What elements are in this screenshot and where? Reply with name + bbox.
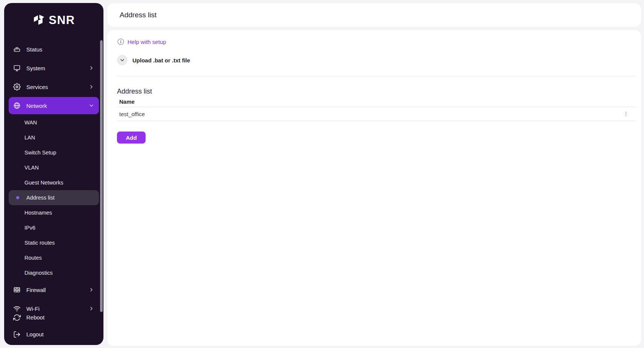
sidebar-item-label: Services (26, 84, 48, 90)
help-link-label: Help with setup (128, 39, 166, 45)
sidebar-item-status[interactable]: Status (9, 40, 99, 59)
sidebar-item-label: Routes (24, 255, 42, 261)
section-divider (117, 76, 636, 76)
gear-icon (13, 83, 21, 91)
brand-logo: SNR (4, 3, 103, 38)
logout-button[interactable]: Logout (9, 326, 99, 343)
sidebar-item-label: Diagnostics (24, 270, 53, 276)
column-header-name: Name (119, 98, 135, 105)
help-with-setup-link[interactable]: Help with setup (117, 38, 166, 46)
sidebar-item-label: WAN (24, 120, 37, 126)
sidebar-item-label: Switch Setup (24, 150, 56, 156)
sidebar-item-label: IPv6 (24, 225, 35, 231)
sidebar-item-label: Status (26, 46, 43, 53)
upload-expand-button[interactable] (117, 55, 128, 65)
globe-icon (13, 102, 21, 109)
sidebar-item-ipv6[interactable]: IPv6 (9, 220, 99, 235)
sidebar-item-guest-networks[interactable]: Guest Networks (9, 175, 99, 190)
sidebar-item-diagnostics[interactable]: Diagnostics (9, 265, 99, 280)
sidebar-item-label: VLAN (24, 165, 39, 171)
sidebar-item-label: Hostnames (24, 210, 52, 216)
logout-label: Logout (26, 331, 44, 337)
table-header-row: Name (117, 97, 636, 107)
content-card: Help with setup Upload .bat or .txt file… (107, 30, 641, 346)
sidebar-item-label: System (26, 65, 45, 71)
chevron-right-icon (88, 65, 94, 71)
reboot-icon (13, 314, 21, 321)
chevron-down-icon (88, 103, 94, 109)
sidebar-item-vlan[interactable]: VLAN (9, 160, 99, 175)
sidebar-item-routes[interactable]: Routes (9, 250, 99, 265)
sidebar-item-hostnames[interactable]: Hostnames (9, 205, 99, 220)
kebab-menu-icon (623, 111, 629, 117)
sidebar-item-label: Firewall (26, 287, 46, 293)
sidebar-item-lan[interactable]: LAN (9, 130, 99, 145)
router-icon (13, 45, 21, 53)
sidebar-nav: Status System (4, 40, 103, 312)
add-button[interactable]: Add (117, 132, 146, 144)
upload-section-label: Upload .bat or .txt file (132, 57, 190, 64)
table-row: test_office (117, 107, 636, 121)
sidebar-item-network[interactable]: Network (9, 97, 99, 114)
sidebar-item-label: Network (26, 103, 47, 109)
brand-name: SNR (49, 14, 75, 27)
sidebar-item-static-routes[interactable]: Static routes (9, 235, 99, 250)
sidebar-item-switch-setup[interactable]: Switch Setup (9, 145, 99, 160)
sidebar-item-label: Guest Networks (24, 180, 63, 186)
sidebar-item-label: LAN (24, 135, 35, 141)
reboot-button[interactable]: Reboot (9, 309, 99, 326)
upload-section-header: Upload .bat or .txt file (117, 55, 636, 65)
sidebar-item-label: Address list (26, 195, 55, 201)
page-title: Address list (120, 11, 156, 19)
page: SNR Status (0, 0, 644, 348)
address-list-section-title: Address list (117, 87, 636, 95)
selected-dot-icon (16, 196, 19, 199)
sidebar-item-firewall[interactable]: Firewall (9, 280, 99, 299)
firewall-icon (13, 286, 21, 294)
sidebar-item-address-list[interactable]: Address list (9, 190, 99, 205)
chevron-right-icon (88, 287, 94, 293)
page-header: Address list (107, 3, 641, 27)
reboot-label: Reboot (26, 314, 44, 321)
sidebar-item-wan[interactable]: WAN (9, 115, 99, 130)
sidebar-item-label: Static routes (24, 240, 55, 246)
chevron-right-icon (88, 84, 94, 90)
sidebar: SNR Status (4, 3, 103, 345)
address-list-name-cell: test_office (119, 111, 145, 117)
snr-cube-logo-icon (33, 14, 46, 27)
chevron-down-icon (119, 57, 125, 63)
info-icon (117, 38, 125, 45)
sidebar-item-system[interactable]: System (9, 59, 99, 77)
monitor-icon (13, 64, 21, 72)
sidebar-bottom-section: Reboot Logout (9, 309, 99, 343)
logout-icon (13, 331, 21, 338)
row-actions-button[interactable] (621, 109, 631, 119)
sidebar-item-services[interactable]: Services (9, 77, 99, 96)
sidebar-scrollbar[interactable] (100, 40, 103, 312)
